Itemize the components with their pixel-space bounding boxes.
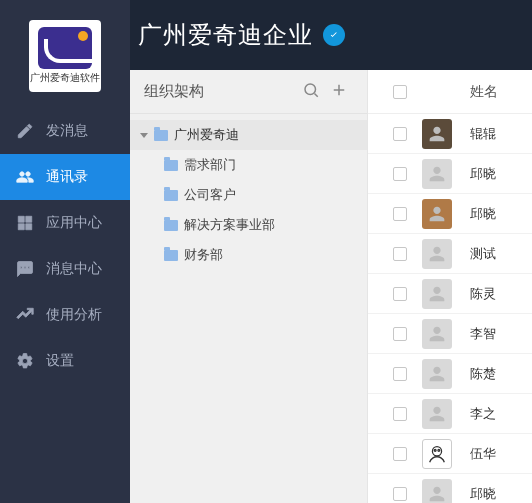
- row-checkbox[interactable]: [378, 407, 422, 421]
- tree-child-node[interactable]: 公司客户: [130, 180, 367, 210]
- tree-child-label: 解决方案事业部: [184, 216, 275, 234]
- org-tree-panel: 组织架构 广州爱奇迪 需求部门: [130, 70, 368, 503]
- svg-line-1: [314, 93, 317, 96]
- sidebar: 广州爱奇迪软件 发消息 通讯录 应用中心 消息中心: [0, 0, 130, 503]
- row-name: 辊辊: [466, 125, 522, 143]
- checkbox-icon: [393, 327, 407, 341]
- row-name: 邱晓: [466, 485, 522, 503]
- caret-down-icon: [140, 133, 148, 138]
- row-avatar-cell: [422, 359, 466, 389]
- tree-child-label: 公司客户: [184, 186, 236, 204]
- logo-mark-icon: [38, 27, 92, 69]
- pencil-icon: [16, 122, 34, 140]
- svg-point-0: [305, 84, 316, 95]
- logo-container: 广州爱奇迪软件: [0, 0, 130, 108]
- table-row[interactable]: 伍华: [368, 434, 532, 474]
- row-name: 伍华: [466, 445, 522, 463]
- row-avatar-cell: [422, 439, 466, 469]
- row-name: 邱晓: [466, 205, 522, 223]
- company-logo: 广州爱奇迪软件: [29, 20, 101, 92]
- table-row[interactable]: 李智: [368, 314, 532, 354]
- avatar: [422, 279, 452, 309]
- nav-item-app-center[interactable]: 应用中心: [0, 200, 130, 246]
- row-name: 李之: [466, 405, 522, 423]
- verified-badge-icon: [323, 24, 345, 46]
- avatar: [422, 399, 452, 429]
- logo-caption: 广州爱奇迪软件: [30, 71, 100, 85]
- nav-item-label: 通讯录: [46, 168, 88, 186]
- row-avatar-cell: [422, 399, 466, 429]
- row-checkbox[interactable]: [378, 367, 422, 381]
- folder-icon: [164, 190, 178, 201]
- nav-item-settings[interactable]: 设置: [0, 338, 130, 384]
- table-row[interactable]: 辊辊: [368, 114, 532, 154]
- checkbox-icon: [393, 127, 407, 141]
- row-checkbox[interactable]: [378, 447, 422, 461]
- table-row[interactable]: 邱晓: [368, 474, 532, 503]
- search-button[interactable]: [297, 81, 325, 103]
- page-header: 广州爱奇迪企业: [130, 0, 532, 70]
- nav-item-usage-analysis[interactable]: 使用分析: [0, 292, 130, 338]
- folder-icon: [164, 250, 178, 261]
- add-button[interactable]: [325, 81, 353, 103]
- table-row[interactable]: 陈楚: [368, 354, 532, 394]
- tree-child-node[interactable]: 需求部门: [130, 150, 367, 180]
- avatar: [422, 319, 452, 349]
- nav-item-message-center[interactable]: 消息中心: [0, 246, 130, 292]
- nav-item-send-message[interactable]: 发消息: [0, 108, 130, 154]
- row-checkbox[interactable]: [378, 207, 422, 221]
- row-checkbox[interactable]: [378, 327, 422, 341]
- svg-point-4: [432, 446, 441, 455]
- row-checkbox[interactable]: [378, 167, 422, 181]
- row-avatar-cell: [422, 279, 466, 309]
- tree-child-node[interactable]: 解决方案事业部: [130, 210, 367, 240]
- checkbox-icon: [393, 367, 407, 381]
- table-row[interactable]: 邱晓: [368, 154, 532, 194]
- member-list-panel: 姓名 辊辊邱晓邱晓测试陈灵李智陈楚李之伍华邱晓: [368, 70, 532, 503]
- checkbox-icon: [393, 85, 407, 99]
- avatar: [422, 239, 452, 269]
- nav-item-contacts[interactable]: 通讯录: [0, 154, 130, 200]
- row-checkbox[interactable]: [378, 487, 422, 501]
- row-name: 陈楚: [466, 365, 522, 383]
- checkbox-icon: [393, 287, 407, 301]
- table-row[interactable]: 陈灵: [368, 274, 532, 314]
- avatar: [422, 359, 452, 389]
- select-all-column[interactable]: [378, 85, 422, 99]
- page-title: 广州爱奇迪企业: [138, 19, 313, 51]
- svg-point-5: [434, 449, 436, 451]
- nav-item-label: 设置: [46, 352, 74, 370]
- row-avatar-cell: [422, 119, 466, 149]
- table-row[interactable]: 李之: [368, 394, 532, 434]
- row-avatar-cell: [422, 199, 466, 229]
- row-checkbox[interactable]: [378, 247, 422, 261]
- checkbox-icon: [393, 207, 407, 221]
- table-row[interactable]: 邱晓: [368, 194, 532, 234]
- avatar: [422, 199, 452, 229]
- nav-item-label: 消息中心: [46, 260, 102, 278]
- table-row[interactable]: 测试: [368, 234, 532, 274]
- tree-root-node[interactable]: 广州爱奇迪: [130, 120, 367, 150]
- row-name: 测试: [466, 245, 522, 263]
- checkbox-icon: [393, 487, 407, 501]
- nav-item-label: 发消息: [46, 122, 88, 140]
- checkbox-icon: [393, 167, 407, 181]
- tree-header: 组织架构: [130, 70, 367, 114]
- row-checkbox[interactable]: [378, 287, 422, 301]
- list-rows: 辊辊邱晓邱晓测试陈灵李智陈楚李之伍华邱晓: [368, 114, 532, 503]
- row-avatar-cell: [422, 479, 466, 504]
- checkbox-icon: [393, 447, 407, 461]
- row-checkbox[interactable]: [378, 127, 422, 141]
- list-header: 姓名: [368, 70, 532, 114]
- name-column-header: 姓名: [466, 83, 522, 101]
- tree-child-label: 需求部门: [184, 156, 236, 174]
- svg-point-6: [438, 449, 440, 451]
- row-avatar-cell: [422, 159, 466, 189]
- tree-header-title: 组织架构: [144, 82, 297, 101]
- row-name: 李智: [466, 325, 522, 343]
- chat-icon: [16, 260, 34, 278]
- row-avatar-cell: [422, 239, 466, 269]
- row-name: 邱晓: [466, 165, 522, 183]
- tree-child-node[interactable]: 财务部: [130, 240, 367, 270]
- folder-icon: [164, 160, 178, 171]
